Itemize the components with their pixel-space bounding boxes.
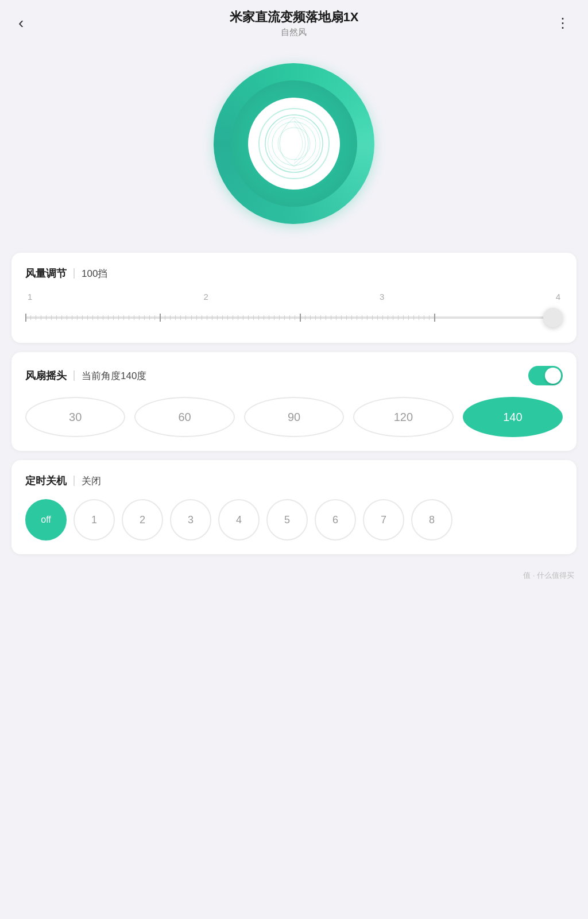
more-button[interactable]: ⋮ <box>551 13 574 33</box>
wind-value: 100挡 <box>82 267 107 280</box>
timer-btn-8[interactable]: 8 <box>411 499 452 540</box>
swing-card-header: 风扇摇头 当前角度140度 <box>25 366 563 385</box>
timer-buttons: off12345678 <box>25 499 563 540</box>
back-button[interactable]: ‹ <box>14 11 28 34</box>
slider-track <box>25 316 563 319</box>
timer-title: 定时关机 <box>25 474 67 488</box>
wind-card-header: 风量调节 100挡 <box>25 267 563 280</box>
angle-buttons: 306090120140 <box>25 397 563 437</box>
wind-title-group: 风量调节 100挡 <box>25 267 107 280</box>
angle-btn-30[interactable]: 30 <box>25 397 125 437</box>
tick-marks <box>25 316 543 319</box>
swing-divider <box>74 370 75 381</box>
timer-card: 定时关机 关闭 off12345678 <box>11 460 577 554</box>
toggle-knob <box>545 368 561 384</box>
timer-value: 关闭 <box>82 474 101 488</box>
swing-title-group: 风扇摇头 当前角度140度 <box>25 369 146 383</box>
wind-title: 风量调节 <box>25 267 67 280</box>
fan-ring-mid <box>231 80 357 207</box>
swing-title: 风扇摇头 <box>25 369 67 383</box>
timer-btn-6[interactable]: 6 <box>315 499 356 540</box>
timer-btn-4[interactable]: 4 <box>218 499 260 540</box>
timer-card-header: 定时关机 关闭 <box>25 474 563 488</box>
slider-thumb[interactable] <box>543 308 563 327</box>
fan-swirl-icon <box>257 106 331 181</box>
wind-divider <box>74 268 75 279</box>
slider-label-3: 3 <box>380 292 384 302</box>
page-subtitle: 自然风 <box>230 27 359 38</box>
fan-ring-inner <box>248 98 340 190</box>
header-center: 米家直流变频落地扇1X 自然风 <box>230 9 359 38</box>
angle-btn-120[interactable]: 120 <box>353 397 453 437</box>
svg-point-1 <box>272 122 316 165</box>
timer-btn-2[interactable]: 2 <box>122 499 163 540</box>
svg-point-0 <box>265 115 323 172</box>
swing-card: 风扇摇头 当前角度140度 306090120140 <box>11 352 577 451</box>
page-title: 米家直流变频落地扇1X <box>230 9 359 26</box>
slider-label-4: 4 <box>556 292 560 302</box>
angle-btn-60[interactable]: 60 <box>134 397 234 437</box>
timer-btn-5[interactable]: 5 <box>266 499 308 540</box>
fan-ring-outer <box>214 63 374 224</box>
swing-value: 当前角度140度 <box>82 369 146 383</box>
slider-labels: 1 2 3 4 <box>25 292 563 302</box>
timer-title-group: 定时关机 关闭 <box>25 474 101 488</box>
angle-btn-90[interactable]: 90 <box>244 397 344 437</box>
header: ‹ 米家直流变频落地扇1X 自然风 ⋮ <box>0 0 588 40</box>
swing-toggle[interactable] <box>528 366 563 385</box>
timer-btn-1[interactable]: 1 <box>74 499 115 540</box>
timer-btn-3[interactable]: 3 <box>170 499 211 540</box>
watermark-text: 值 · 什么值得买 <box>523 571 574 580</box>
slider-label-2: 2 <box>204 292 208 302</box>
fan-visual-container <box>0 40 588 253</box>
watermark: 值 · 什么值得买 <box>0 563 588 592</box>
timer-btn-off[interactable]: off <box>25 499 67 540</box>
svg-point-2 <box>278 128 310 160</box>
wind-card: 风量调节 100挡 1 2 3 4 <box>11 253 577 343</box>
timer-divider <box>74 476 75 486</box>
timer-btn-7[interactable]: 7 <box>363 499 404 540</box>
slider-label-1: 1 <box>28 292 32 302</box>
slider-container[interactable] <box>25 306 563 329</box>
angle-btn-140[interactable]: 140 <box>463 397 563 437</box>
